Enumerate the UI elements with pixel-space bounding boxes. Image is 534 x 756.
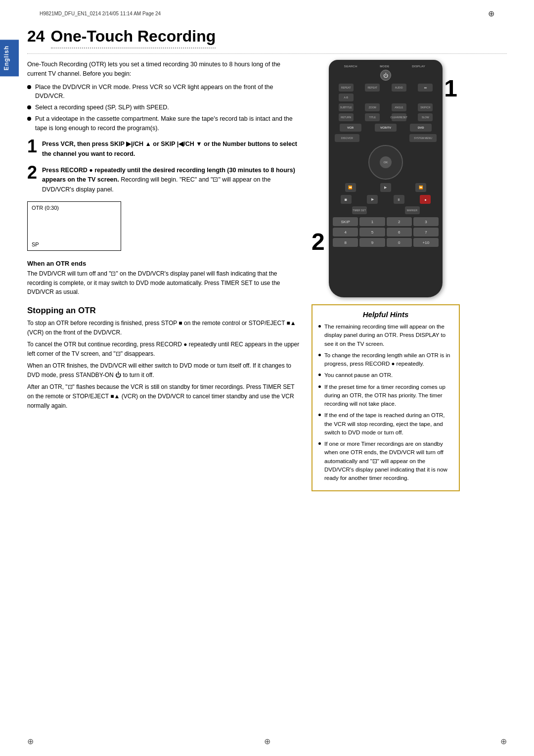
bullet-text-2: Select a recording speed (SP, SLP) with … xyxy=(35,103,169,112)
hint-bullet-4 xyxy=(318,385,321,388)
standby-button[interactable] xyxy=(380,70,391,81)
remote-container: SEARCH MODE DISPLAY REPEAT REPEAT AUDIO … xyxy=(312,60,460,297)
spacer xyxy=(365,94,380,101)
bullet-item-1: Place the DVD/VCR in VCR mode. Press VCR… xyxy=(27,83,294,101)
when-otr-ends-heading: When an OTR ends xyxy=(27,260,302,267)
btn-next[interactable]: ⏭ xyxy=(418,84,433,92)
btn-angle[interactable]: ANGLE xyxy=(392,103,406,111)
btn-0[interactable]: 0 xyxy=(387,238,412,247)
btn-timerset[interactable]: TIMER SET xyxy=(352,206,367,214)
btn-return[interactable]: RETURN xyxy=(339,113,354,121)
step-2: 2 Press RECORD ● repeatedly until the de… xyxy=(27,166,302,194)
hint-text-6: If one or more Timer recordings are on s… xyxy=(324,440,453,482)
label-mode: MODE xyxy=(380,65,389,68)
page-title: One-Touch Recording xyxy=(51,27,216,48)
transport-row2: ⏹ ▶ ⏸ ● xyxy=(333,195,439,204)
when-otr-ends-text: The DVD/VCR will turn off and "⊡" on the… xyxy=(27,269,302,297)
btn-5[interactable]: 5 xyxy=(359,228,385,236)
btn-dvd[interactable]: DVD xyxy=(410,124,432,132)
bullet-text-3: Put a videotape in the cassette compartm… xyxy=(35,114,294,133)
btn-8[interactable]: 8 xyxy=(333,238,358,247)
btn-stop[interactable]: ⏹ xyxy=(341,195,352,204)
step-2-text: Press RECORD ● repeatedly until the desi… xyxy=(42,166,302,194)
header-text: H9821MD_DFU_EN1_0214 2/14/05 11:14 AM Pa… xyxy=(40,11,161,16)
number-grid: SKIP 1 2 3 4 5 6 7 8 9 0 +10 xyxy=(333,217,439,247)
helpful-hints-title: Helpful Hints xyxy=(318,310,453,319)
step-1-text: Press VCR, then press SKIP ▶|/CH ▲ or SK… xyxy=(42,140,302,159)
btn-clear[interactable]: CLEAR/RESET xyxy=(392,113,406,121)
page-number: 24 xyxy=(27,27,45,46)
btn-ab[interactable]: A-B xyxy=(339,94,354,101)
hint-6: If one or more Timer recordings are on s… xyxy=(318,440,453,482)
btn-rew[interactable]: ⏪ xyxy=(345,183,356,192)
helpful-hints-box: Helpful Hints The remaining recording ti… xyxy=(312,304,460,491)
btn-2[interactable]: 2 xyxy=(387,217,412,226)
btn-1[interactable]: 1 xyxy=(359,217,385,226)
stopping-otr-heading: Stopping an OTR xyxy=(27,306,302,316)
btn-3[interactable]: 3 xyxy=(413,217,439,226)
nav-ok[interactable]: OK xyxy=(380,156,392,168)
btn-9[interactable]: 9 xyxy=(359,238,385,247)
btn-repeat1[interactable]: REPEAT xyxy=(339,84,354,92)
remote-wrapper: SEARCH MODE DISPLAY REPEAT REPEAT AUDIO … xyxy=(329,60,443,297)
btn-skip-num[interactable]: SKIP xyxy=(333,217,358,226)
hint-text-4: If the preset time for a timer recording… xyxy=(324,383,453,409)
spacer3 xyxy=(418,94,433,101)
nav-ring[interactable]: OK xyxy=(368,145,403,180)
btn-vcrtv[interactable]: VCR/TV xyxy=(375,124,397,132)
btn-play[interactable]: ▶ xyxy=(380,183,391,192)
page-title-row: 24 One-Touch Recording xyxy=(27,27,507,51)
bullet-dot xyxy=(27,85,31,89)
btn-slow[interactable]: SLOW xyxy=(418,113,433,121)
btn-subtitle[interactable]: SUBTITLE xyxy=(339,103,354,111)
btn-discvcr[interactable]: DISC/VCR xyxy=(335,134,359,142)
btn-zoom[interactable]: ZOOM xyxy=(365,103,380,111)
hint-text-5: If the end of the tape is reached during… xyxy=(324,411,453,437)
btn-repeat2[interactable]: REPEAT xyxy=(365,84,380,92)
btn-pause[interactable]: ⏸ xyxy=(394,195,404,204)
main-content: 24 One-Touch Recording One-Touch Recordi… xyxy=(27,27,507,736)
btn-audio[interactable]: AUDIO xyxy=(392,84,406,92)
bullet-item-3: Put a videotape in the cassette compartm… xyxy=(27,114,294,133)
footer-crosshair-right: ⊕ xyxy=(500,737,507,746)
hint-bullet-3 xyxy=(318,374,321,376)
footer-crosshair-center: ⊕ xyxy=(264,737,270,746)
btn-4[interactable]: 4 xyxy=(333,228,358,236)
hint-text-2: To change the recording length while an … xyxy=(324,351,453,369)
hint-bullet-5 xyxy=(318,414,321,416)
btn-6[interactable]: 6 xyxy=(387,228,412,236)
hint-text-1: The remaining recording time will appear… xyxy=(324,323,453,348)
hint-bullet-1 xyxy=(318,325,321,328)
nav-ok-label: OK xyxy=(384,161,388,164)
btn-marker[interactable]: MARKER xyxy=(405,206,420,214)
btn-row-repeat: REPEAT REPEAT AUDIO ⏭ xyxy=(333,84,439,92)
nav-up-area xyxy=(377,134,392,142)
remote-control: SEARCH MODE DISPLAY REPEAT REPEAT AUDIO … xyxy=(329,60,443,297)
btn-vcr[interactable]: VCR xyxy=(340,124,361,132)
btn-fwd[interactable]: ⏩ xyxy=(415,183,426,192)
intro-text: One-Touch Recording (OTR) lets you set a… xyxy=(27,60,294,79)
btn-skipch[interactable]: SKIP/CH xyxy=(418,103,433,111)
stopping-otr-p1: To stop an OTR before recording is finis… xyxy=(27,319,302,337)
two-col-layout: One-Touch Recording (OTR) lets you set a… xyxy=(27,60,507,491)
btn-plus10[interactable]: +10 xyxy=(413,238,439,247)
otr-label-bottom: SP xyxy=(32,241,39,247)
btn-7[interactable]: 7 xyxy=(413,228,439,236)
btn-play2[interactable]: ▶ xyxy=(367,195,378,204)
page-header: H9821MD_DFU_EN1_0214 2/14/05 11:14 AM Pa… xyxy=(40,9,494,18)
step-overlay-2: 2 xyxy=(312,228,325,255)
btn-systemmenu[interactable]: SYSTEM MENU xyxy=(409,134,437,142)
left-column: One-Touch Recording (OTR) lets you set a… xyxy=(27,60,302,491)
btn-row-return: RETURN TITLE CLEAR/RESET SLOW xyxy=(333,113,439,121)
remote-top-labels: SEARCH MODE DISPLAY xyxy=(333,65,439,68)
language-tab: English xyxy=(0,40,19,76)
footer-crosshair-left: ⊕ xyxy=(27,737,34,746)
hint-3: You cannot pause an OTR. xyxy=(318,371,453,379)
hint-2: To change the recording length while an … xyxy=(318,351,453,369)
btn-title[interactable]: TITLE xyxy=(365,113,380,121)
hint-5: If the end of the tape is reached during… xyxy=(318,411,453,437)
btn-record[interactable]: ● xyxy=(420,195,431,204)
hint-bullet-6 xyxy=(318,442,321,445)
source-row: VCR VCR/TV DVD xyxy=(333,124,439,132)
stopping-otr-p3: When an OTR finishes, the DVD/VCR will e… xyxy=(27,361,302,379)
